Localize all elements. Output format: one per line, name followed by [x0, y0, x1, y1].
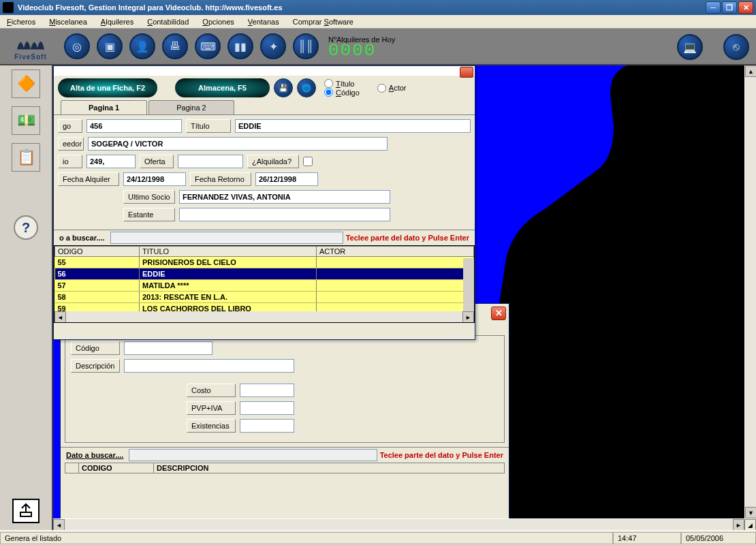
exit-button[interactable] — [12, 499, 40, 523]
toolbar-btn-2[interactable]: ▣ — [97, 33, 123, 59]
table-row[interactable]: 56EDDIE — [55, 268, 474, 280]
ficha-alta-button[interactable]: Alta de una Ficha, F2 — [58, 78, 157, 97]
inp-oferta[interactable] — [178, 155, 243, 168]
chk-alquilada[interactable] — [303, 157, 313, 166]
main-area: 🔶 💵 📋 ? ✕ Alta de una Ficha, F2 Almacena… — [0, 65, 756, 530]
tab-pagina1[interactable]: Pagina 1 — [61, 100, 147, 114]
toolbar-btn-3[interactable]: 👤 — [129, 33, 155, 59]
tab-pagina2[interactable]: Pagina 2 — [148, 100, 234, 114]
col-actor[interactable]: ACTOR — [317, 247, 474, 257]
lbl-precio: io — [58, 155, 82, 168]
art-search-input[interactable] — [129, 449, 377, 461]
table-row[interactable]: 582013: RESCATE EN L.A. — [55, 292, 474, 303]
toolbar-btn-5[interactable]: ⌨ — [195, 33, 221, 59]
status-date: 05/05/2006 — [681, 532, 756, 544]
toolbar-btn-1[interactable]: ◎ — [64, 33, 90, 59]
articulo-grid[interactable]: CODIGODESCRIPCION — [65, 463, 505, 473]
toolbar-print-icon[interactable]: 🖶 — [162, 33, 188, 59]
counter-value: 0000 — [328, 44, 395, 57]
radio-codigo[interactable] — [324, 88, 333, 97]
ficha-window: Alta de una Ficha, F2 Almacena, F5 💾 🌐 T… — [53, 65, 475, 340]
menu-ventanas[interactable]: Ventanas — [244, 16, 283, 27]
art-desc-input[interactable] — [124, 359, 294, 373]
articulo-close-button[interactable]: ✕ — [491, 307, 506, 320]
lbl-fecha-ret: Fecha Retorno — [190, 172, 251, 186]
art-costo-label: Costo — [187, 384, 236, 397]
radio-titulo[interactable] — [324, 79, 333, 88]
lbl-codigo: go — [58, 119, 82, 133]
inp-titulo[interactable] — [235, 119, 471, 133]
menu-opciones[interactable]: Opciones — [198, 16, 238, 27]
menu-comprar[interactable]: Comprar Software — [289, 16, 358, 27]
col-codigo[interactable]: ODIGO — [55, 247, 140, 257]
inp-proveedor[interactable] — [88, 137, 388, 151]
grid-hscroll[interactable]: ◄► — [54, 311, 474, 322]
art-codigo-input[interactable] — [124, 341, 212, 355]
toolbar-btn-8[interactable]: ║║ — [293, 33, 319, 59]
inp-codigo[interactable] — [86, 119, 182, 133]
grid-vscroll[interactable] — [463, 258, 474, 311]
status-time: 14:47 — [613, 532, 681, 544]
toolbar-right-1[interactable]: 💻 — [677, 34, 703, 60]
side-btn-3[interactable]: 📋 — [12, 143, 40, 172]
side-btn-1[interactable]: 🔶 — [12, 69, 40, 98]
art-search-hint: Teclee parte del dato y Pulse Enter — [380, 451, 506, 459]
inp-estante[interactable] — [179, 208, 390, 221]
side-btn-2[interactable]: 💵 — [12, 106, 40, 135]
toolbar-btn-7[interactable]: ✦ — [260, 33, 286, 59]
ficha-search-label: o a buscar.... — [57, 232, 108, 243]
status-text: Genera el listado — [0, 532, 613, 544]
ficha-save-icon[interactable]: 💾 — [274, 78, 293, 97]
ficha-tabs: Pagina 1 Pagina 2 — [54, 100, 475, 115]
art-pvp-input[interactable] — [240, 401, 294, 415]
art-col-codigo[interactable]: CODIGO — [79, 463, 154, 473]
minimize-button[interactable]: ─ — [706, 1, 721, 14]
lbl-proveedor: eedor — [58, 137, 84, 151]
menu-contabilidad[interactable]: Contabilidad — [143, 16, 193, 27]
radio-actor-label: Actor — [389, 84, 407, 92]
close-button[interactable]: ✕ — [738, 1, 753, 14]
toolbar-btn-6[interactable]: ▮▮ — [227, 33, 253, 59]
titlebar: Videoclub Fivesoft, Gestion Integral par… — [0, 0, 756, 15]
statusbar: Genera el listado 14:47 05/05/2006 — [0, 530, 756, 545]
lbl-estante: Estante — [123, 208, 175, 221]
radio-actor[interactable] — [377, 84, 386, 93]
inp-fecha-ret[interactable] — [255, 172, 318, 186]
ficha-globe-icon[interactable]: 🌐 — [297, 78, 316, 97]
table-row[interactable]: 57MATILDA **** — [55, 280, 474, 292]
main-hscroll[interactable]: ◄►◢ — [53, 518, 756, 530]
ficha-searchbar: o a buscar.... Teclee parte del dato y P… — [54, 230, 475, 245]
maximize-button[interactable]: ❐ — [722, 1, 737, 14]
app-icon — [3, 2, 14, 13]
toolbar-right-2[interactable]: ⎋ — [723, 34, 749, 60]
help-button[interactable]: ? — [14, 215, 38, 240]
ficha-search-input[interactable] — [110, 232, 343, 244]
art-exist-input[interactable] — [240, 419, 294, 433]
logo: FiveSoft — [4, 30, 57, 63]
art-col-desc[interactable]: DESCRIPCION — [154, 463, 505, 473]
ficha-close-button[interactable] — [460, 67, 473, 78]
svg-rect-0 — [20, 512, 31, 516]
art-costo-input[interactable] — [240, 384, 294, 397]
articulo-searchbar: Dato a buscar.... Teclee parte del dato … — [61, 447, 509, 463]
art-desc-label: Descripción — [71, 359, 120, 373]
table-row[interactable]: 55PRISIONEROS DEL CIELO — [55, 257, 474, 268]
inp-ultimo-socio[interactable] — [179, 190, 390, 204]
lbl-alquilada: ¿Alquilada? — [247, 155, 299, 168]
left-sidebar: 🔶 💵 📋 ? — [0, 65, 53, 530]
main-vscroll[interactable]: ▲▼ — [744, 65, 756, 518]
art-search-label: Dato a buscar.... — [63, 450, 126, 461]
art-pvp-label: PVP+IVA — [187, 401, 236, 415]
col-titulo[interactable]: TITULO — [140, 247, 317, 257]
radio-titulo-label: Título — [336, 80, 355, 88]
menu-ficheros[interactable]: Ficheros — [3, 16, 40, 27]
menubar: Ficheros Miscelanea Alquileres Contabili… — [0, 15, 756, 29]
menu-miscelanea[interactable]: Miscelanea — [45, 16, 91, 27]
radio-codigo-label: Código — [336, 89, 360, 97]
ficha-grid[interactable]: ODIGO TITULO ACTOR 55PRISIONEROS DEL CIE… — [54, 245, 475, 323]
ficha-almacena-button[interactable]: Almacena, F5 — [175, 78, 270, 97]
menu-alquileres[interactable]: Alquileres — [97, 16, 138, 27]
inp-fecha-alq[interactable] — [123, 172, 186, 186]
lbl-oferta: Oferta — [140, 155, 174, 168]
inp-precio[interactable] — [86, 155, 136, 168]
